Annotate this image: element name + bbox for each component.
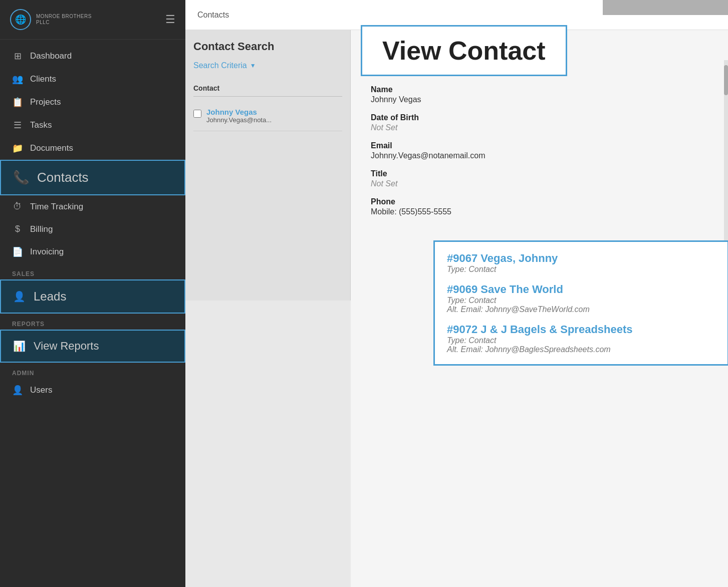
logo-text: Monroe Brothers PLLC	[36, 14, 92, 26]
sidebar-item-billing[interactable]: $ Billing	[0, 218, 185, 240]
logo-name: Monroe Brothers	[36, 14, 92, 20]
chevron-down-icon: ▼	[250, 62, 256, 69]
sidebar-item-clients[interactable]: 👥 Clients	[0, 68, 185, 91]
field-title: Title Not Set	[371, 169, 708, 188]
breadcrumb: Contacts	[197, 11, 229, 20]
sidebar-item-dashboard[interactable]: ⊞ Dashboard	[0, 45, 185, 68]
sidebar-item-leads[interactable]: 👤 Leads	[0, 279, 185, 314]
users-icon: 👤	[12, 385, 23, 396]
sidebar-item-label: Contacts	[37, 170, 89, 185]
documents-icon: 📁	[12, 143, 23, 154]
sidebar-item-projects[interactable]: 📋 Projects	[0, 91, 185, 114]
result-type-1: Type: Contact	[447, 265, 715, 274]
search-result-item-2: #9069 Save The World Type: Contact Alt. …	[447, 283, 715, 314]
sidebar-item-tasks[interactable]: ☰ Tasks	[0, 114, 185, 137]
result-type-3: Type: Contact	[447, 336, 715, 345]
contact-email: Johnny.Vegas@nota...	[206, 116, 272, 124]
phone-value: Mobile: (555)555-5555	[371, 207, 708, 216]
sidebar-item-documents[interactable]: 📁 Documents	[0, 137, 185, 160]
field-phone: Phone Mobile: (555)555-5555	[371, 197, 708, 216]
dob-label: Date of Birth	[371, 113, 708, 122]
title-value: Not Set	[371, 179, 708, 188]
contact-row: Johnny Vegas Johnny.Vegas@nota...	[193, 101, 342, 131]
hamburger-icon[interactable]: ☰	[165, 13, 175, 26]
contact-checkbox[interactable]	[193, 110, 201, 118]
search-results-dropdown: #9067 Vegas, Johnny Type: Contact #9069 …	[433, 240, 728, 366]
sidebar-item-label: Invoicing	[30, 247, 64, 257]
view-contact-title-box: View Contact	[361, 25, 567, 76]
contacts-icon: 📞	[13, 170, 29, 185]
sidebar-item-time-tracking[interactable]: ⏱ Time Tracking	[0, 195, 185, 218]
sidebar-item-view-reports[interactable]: 📊 View Reports	[0, 330, 185, 363]
contact-info: Johnny Vegas Johnny.Vegas@nota...	[206, 108, 272, 124]
clients-icon: 👥	[12, 74, 23, 85]
view-reports-icon: 📊	[13, 340, 26, 352]
search-result-item-1: #9067 Vegas, Johnny Type: Contact	[447, 252, 715, 274]
sidebar: 🌐 Monroe Brothers PLLC ☰ ⊞ Dashboard 👥 C…	[0, 0, 185, 587]
contact-name[interactable]: Johnny Vegas	[206, 108, 272, 116]
result-title-1[interactable]: #9067 Vegas, Johnny	[447, 252, 715, 265]
sidebar-item-label: Billing	[30, 224, 53, 234]
logo-subtitle: PLLC	[36, 20, 92, 26]
dashboard-icon: ⊞	[12, 51, 23, 62]
field-dob: Date of Birth Not Set	[371, 113, 708, 132]
name-label: Name	[371, 85, 708, 94]
sidebar-item-label: Time Tracking	[30, 202, 83, 212]
tasks-icon: ☰	[12, 120, 23, 131]
result-title-3[interactable]: #9072 J & J Bagels & Spreadsheets	[447, 323, 715, 336]
sidebar-item-contacts[interactable]: 📞 Contacts	[0, 160, 185, 195]
sales-section-label: SALES	[0, 263, 185, 279]
contact-table-header: Contact	[193, 80, 342, 97]
sidebar-item-label: Projects	[30, 97, 61, 107]
sidebar-item-label: Dashboard	[30, 51, 72, 61]
invoicing-icon: 📄	[12, 246, 23, 257]
view-reports-label: View Reports	[34, 340, 99, 353]
result-alt-email-2: Alt. Email: Johnny@SaveTheWorld.com	[447, 305, 715, 314]
field-email: Email Johnny.Vegas@notanemail.com	[371, 141, 708, 160]
result-type-2: Type: Contact	[447, 296, 715, 305]
sidebar-item-label: Clients	[30, 74, 56, 84]
phone-label: Phone	[371, 197, 708, 206]
email-value: Johnny.Vegas@notanemail.com	[371, 151, 708, 160]
contact-search-title: Contact Search	[193, 40, 342, 53]
email-label: Email	[371, 141, 708, 150]
sidebar-item-users[interactable]: 👤 Users	[0, 379, 185, 402]
result-alt-email-3: Alt. Email: Johnny@BaglesSpreadsheets.co…	[447, 345, 715, 354]
main-area: Contacts Contact Search Search Criteria …	[185, 0, 728, 587]
reports-section-label: REPORTS	[0, 314, 185, 330]
scrollbar-thumb[interactable]	[724, 65, 728, 95]
contact-search-panel: Contact Search Search Criteria ▼ Contact…	[185, 30, 351, 301]
sidebar-item-label: Users	[30, 385, 52, 395]
sidebar-item-label: Documents	[30, 143, 73, 153]
search-criteria-label: Search Criteria	[193, 61, 247, 70]
sidebar-logo: 🌐 Monroe Brothers PLLC ☰	[0, 0, 185, 40]
name-value: Johnny Vegas	[371, 95, 708, 104]
field-name: Name Johnny Vegas	[371, 85, 708, 104]
sidebar-item-invoicing[interactable]: 📄 Invoicing	[0, 240, 185, 263]
time-tracking-icon: ⏱	[12, 201, 23, 212]
view-contact-title: View Contact	[382, 36, 546, 66]
search-result-item-3: #9072 J & J Bagels & Spreadsheets Type: …	[447, 323, 715, 354]
result-title-2[interactable]: #9069 Save The World	[447, 283, 715, 296]
dob-value: Not Set	[371, 123, 708, 132]
title-label: Title	[371, 169, 708, 178]
nav-items: ⊞ Dashboard 👥 Clients 📋 Projects ☰ Tasks…	[0, 40, 185, 587]
billing-icon: $	[12, 224, 23, 234]
projects-icon: 📋	[12, 97, 23, 108]
leads-icon: 👤	[13, 290, 26, 303]
search-criteria-button[interactable]: Search Criteria ▼	[193, 61, 342, 70]
admin-section-label: ADMIN	[0, 363, 185, 379]
sidebar-item-label: Tasks	[30, 120, 52, 130]
leads-label: Leads	[34, 289, 66, 304]
top-right-overlay	[603, 0, 728, 15]
logo-icon: 🌐	[10, 9, 31, 30]
